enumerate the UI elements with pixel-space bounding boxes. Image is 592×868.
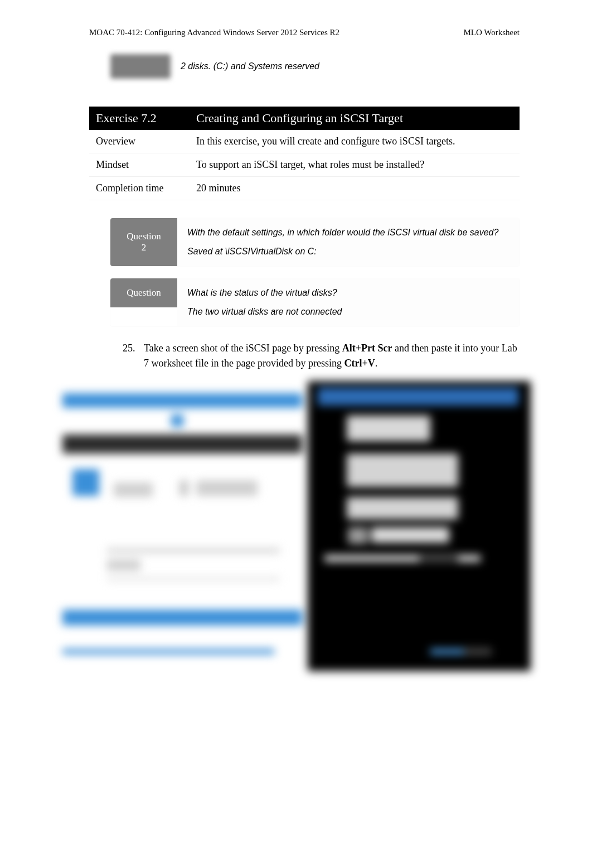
screenshot-text-block — [114, 483, 153, 497]
step-key1: Alt+Prt Scr — [342, 343, 392, 354]
screenshot-titlebar — [62, 393, 302, 408]
overview-label: Overview — [89, 130, 190, 153]
screenshot-dark-block — [464, 648, 492, 655]
question-3-block: Question What is the status of the virtu… — [110, 278, 520, 326]
completion-label: Completion time — [89, 177, 190, 200]
exercise-title: Creating and Configuring an iSCSI Target — [190, 107, 520, 130]
screenshot-text-block — [107, 560, 140, 571]
question-word: Question — [127, 231, 161, 242]
screenshot-mini-icon — [348, 527, 368, 544]
step-suffix: . — [375, 358, 378, 369]
screenshot-text-block — [347, 497, 458, 519]
exercise-header-row: Exercise 7.2 Creating and Configuring an… — [89, 107, 520, 130]
embedded-screenshot — [62, 381, 537, 682]
exercise-table: Exercise 7.2 Creating and Configuring an… — [89, 107, 520, 200]
step-number: 25. — [118, 341, 144, 371]
screenshot-dark-block — [419, 553, 458, 563]
overview-row: Overview In this exercise, you will crea… — [89, 130, 520, 153]
screenshot-line — [107, 548, 280, 553]
question-3-body: What is the status of the virtual disks?… — [177, 278, 520, 326]
question-word: Question — [127, 287, 161, 298]
screenshot-text-block — [196, 480, 258, 496]
screenshot-text-block — [179, 480, 188, 496]
question-2-answer: Saved at \iSCSIVirtualDisk on C: — [187, 245, 509, 258]
question-number: 2 — [142, 242, 147, 253]
page-header: MOAC 70-412: Configuring Advanced Window… — [89, 28, 520, 37]
screenshot-text-block — [347, 416, 430, 441]
step-text: Take a screen shot of the iSCSI page by … — [144, 341, 520, 371]
question-2-prompt: With the default settings, in which fold… — [187, 226, 509, 239]
header-right: MLO Worksheet — [463, 28, 520, 37]
screenshot-left-panel — [62, 381, 302, 671]
question-2-block: Question 2 With the default settings, in… — [110, 218, 520, 266]
screenshot-folder-icon — [72, 469, 99, 496]
question-3-label: Question — [110, 278, 177, 307]
overview-text: In this exercise, you will create and co… — [190, 130, 520, 153]
screenshot-text-block — [371, 527, 449, 543]
screenshot-line — [107, 577, 280, 581]
mindset-label: Mindset — [89, 153, 190, 177]
screenshot-bottom-line — [62, 649, 274, 654]
completion-row: Completion time 20 minutes — [89, 177, 520, 200]
step-prefix: Take a screen shot of the iSCSI page by … — [144, 343, 342, 354]
question-2-body: With the default settings, in which fold… — [177, 218, 520, 266]
question-3-answer: The two virtual disks are not connected — [187, 305, 509, 319]
question-3-prompt: What is the status of the virtual disks? — [187, 286, 509, 300]
previous-answer-row: 2 disks. (C:) and Systems reserved — [110, 54, 520, 79]
step-25: 25. Take a screen shot of the iSCSI page… — [118, 341, 520, 371]
screenshot-bottom-bar — [62, 610, 302, 625]
previous-answer-text: 2 disks. (C:) and Systems reserved — [181, 61, 319, 71]
step-key2: Ctrl+V — [344, 358, 375, 369]
header-left: MOAC 70-412: Configuring Advanced Window… — [89, 28, 339, 37]
screenshot-right-titlebar — [318, 388, 518, 406]
redacted-box — [110, 54, 171, 79]
screenshot-dark-bar — [62, 435, 302, 454]
question-2-label: Question 2 — [110, 218, 177, 266]
completion-text: 20 minutes — [190, 177, 520, 200]
screenshot-icon — [171, 414, 183, 427]
screenshot-text-block — [347, 454, 458, 487]
mindset-row: Mindset To support an iSCSI target, what… — [89, 153, 520, 177]
exercise-number: Exercise 7.2 — [89, 107, 190, 130]
mindset-text: To support an iSCSI target, what roles m… — [190, 153, 520, 177]
